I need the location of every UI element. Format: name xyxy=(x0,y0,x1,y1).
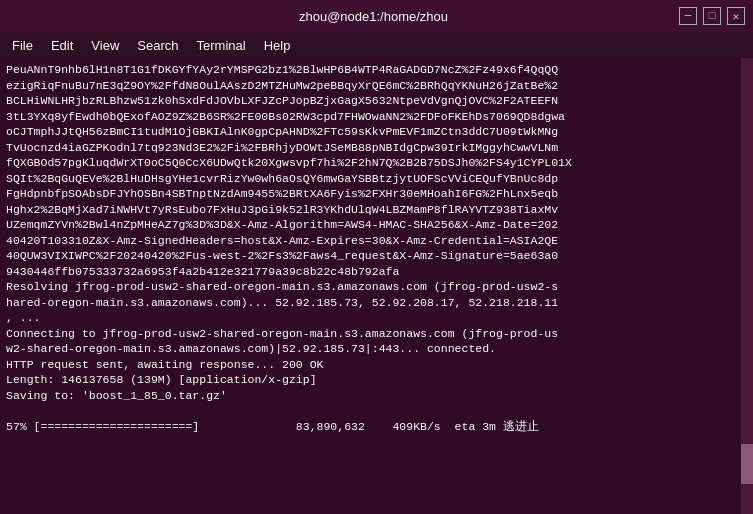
close-button[interactable]: ✕ xyxy=(727,7,745,25)
menu-view[interactable]: View xyxy=(83,36,127,55)
menu-edit[interactable]: Edit xyxy=(43,36,81,55)
menu-bar: File Edit View Search Terminal Help xyxy=(0,32,753,58)
terminal-output: PeuANnT9nhb6lH1n8T1G1fDKGYfYAy2rYMSPG2bz… xyxy=(6,62,747,510)
window-title: zhou@node1:/home/zhou xyxy=(68,9,679,24)
maximize-button[interactable]: □ xyxy=(703,7,721,25)
minimize-button[interactable]: ─ xyxy=(679,7,697,25)
scrollbar[interactable] xyxy=(741,58,753,514)
menu-file[interactable]: File xyxy=(4,36,41,55)
window-controls: ─ □ ✕ xyxy=(679,7,745,25)
terminal-window: zhou@node1:/home/zhou ─ □ ✕ File Edit Vi… xyxy=(0,0,753,514)
title-bar: zhou@node1:/home/zhou ─ □ ✕ xyxy=(0,0,753,32)
menu-terminal[interactable]: Terminal xyxy=(189,36,254,55)
scrollbar-thumb[interactable] xyxy=(741,444,753,484)
menu-search[interactable]: Search xyxy=(129,36,186,55)
terminal-body[interactable]: PeuANnT9nhb6lH1n8T1G1fDKGYfYAy2rYMSPG2bz… xyxy=(0,58,753,514)
menu-help[interactable]: Help xyxy=(256,36,299,55)
